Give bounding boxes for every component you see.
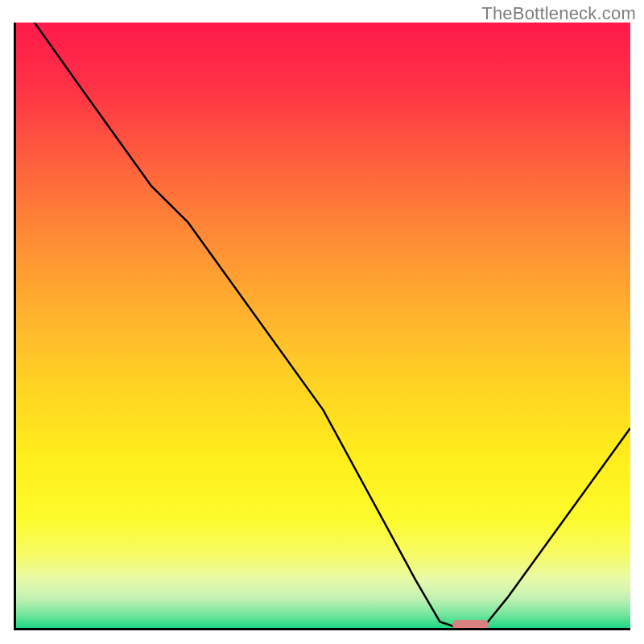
svg-rect-0 — [16, 23, 630, 628]
optimum-marker — [452, 620, 489, 630]
chart-container: TheBottleneck.com — [0, 0, 644, 644]
plot-area — [14, 23, 630, 630]
background-gradient — [16, 23, 630, 628]
watermark-text: TheBottleneck.com — [481, 3, 636, 24]
